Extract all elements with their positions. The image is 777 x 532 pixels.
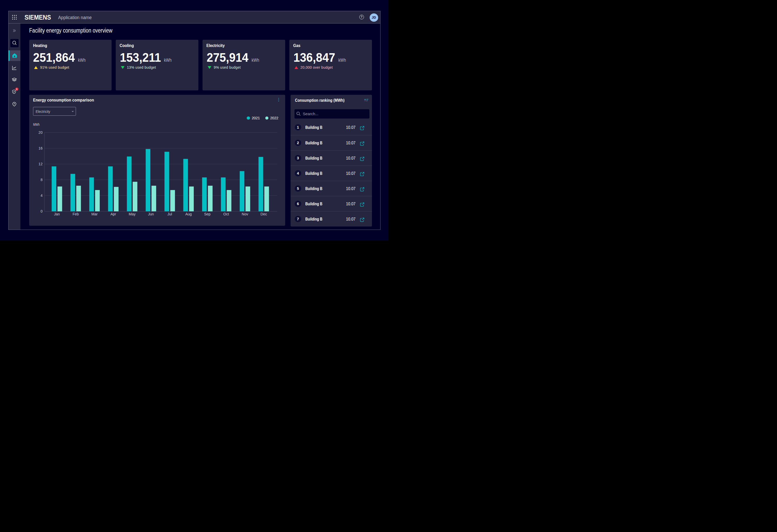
svg-text:20: 20 [38,130,42,134]
svg-text:Jul: Jul [168,212,172,216]
svg-text:Aug: Aug [185,212,192,216]
svg-text:Nov: Nov [241,212,248,216]
svg-text:Mar: Mar [91,212,97,216]
svg-text:Feb: Feb [73,212,79,216]
svg-text:Apr: Apr [110,212,116,216]
svg-text:Oct: Oct [223,212,229,216]
svg-text:Jun: Jun [148,212,154,216]
svg-text:May: May [129,212,135,216]
svg-text:Sep: Sep [204,212,211,216]
svg-text:Jan: Jan [54,212,60,216]
svg-text:MWh: MWh [33,122,39,127]
svg-text:8: 8 [40,178,42,182]
svg-text:Dec: Dec [260,212,267,216]
svg-text:4: 4 [40,193,42,197]
svg-text:0: 0 [40,209,42,213]
svg-text:12: 12 [38,162,42,166]
svg-text:16: 16 [38,146,42,150]
